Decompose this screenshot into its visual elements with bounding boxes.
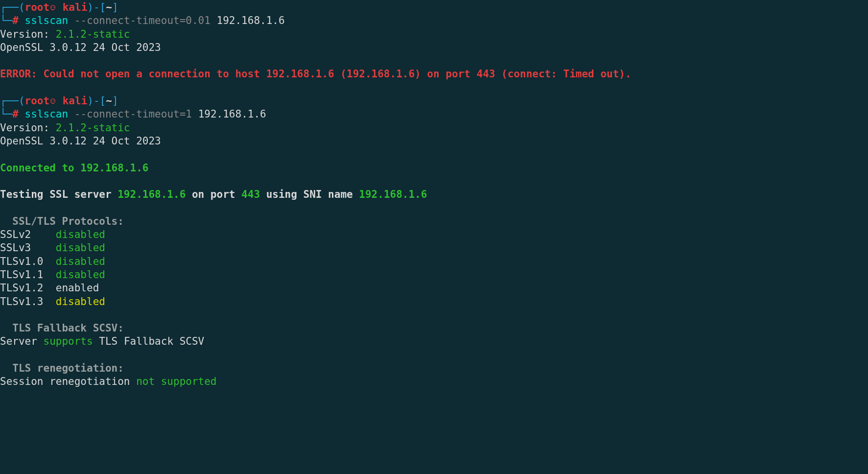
protocol-row: TLSv1.0 disabled — [0, 255, 868, 268]
svg-rect-3 — [52, 9, 52, 10]
protocol-name: TLSv1.1 — [0, 269, 56, 281]
svg-point-6 — [51, 99, 55, 103]
skull-icon — [49, 95, 56, 108]
testing-line: Testing SSL server 192.168.1.6 on port 4… — [0, 188, 868, 201]
command-args: --connect-timeout=1 — [68, 108, 192, 120]
svg-rect-9 — [52, 103, 52, 104]
skull-icon — [49, 1, 56, 15]
prompt-line-top: ┌──(root kali)-[~] — [0, 95, 868, 108]
prompt-user: root — [25, 95, 50, 107]
version-line: Version: 2.1.2-static — [0, 121, 868, 135]
prompt-host: kali — [56, 95, 87, 107]
prompt-user: root — [25, 1, 50, 13]
protocol-status: disabled — [56, 242, 105, 254]
protocol-row: TLSv1.2 enabled — [0, 282, 868, 295]
protocol-name: TLSv1.3 — [0, 296, 56, 308]
prompt-path: ~ — [106, 95, 112, 107]
protocol-name: SSLv3 — [0, 242, 56, 254]
svg-point-1 — [51, 6, 52, 7]
version-line: Version: 2.1.2-static — [0, 28, 868, 41]
protocol-name: TLSv1.2 — [0, 282, 56, 294]
terminal-output[interactable]: ┌──(root kali)-[~]└─# sslscan --connect-… — [0, 0, 868, 389]
prompt-hash: # — [12, 108, 24, 120]
protocol-status: enabled — [56, 282, 99, 294]
protocols-header: SSL/TLS Protocols: — [0, 215, 124, 227]
prompt-hash: # — [12, 15, 24, 26]
protocol-status: disabled — [56, 296, 105, 308]
prompt-line-cmd: └─# sslscan --connect-timeout=1 192.168.… — [0, 108, 868, 121]
protocol-row: TLSv1.1 disabled — [0, 268, 868, 282]
error-line: ERROR: Could not open a connection to ho… — [0, 68, 868, 81]
command-args: --connect-timeout=0.01 — [68, 15, 211, 26]
command-target: 192.168.1.6 — [211, 15, 285, 26]
reneg-header: TLS renegotiation: — [0, 362, 124, 374]
svg-point-0 — [51, 5, 55, 10]
prompt-line-cmd: └─# sslscan --connect-timeout=0.01 192.1… — [0, 14, 868, 27]
protocol-row: SSLv3 disabled — [0, 241, 868, 255]
protocol-status: disabled — [56, 269, 105, 281]
prompt-line-top: ┌──(root kali)-[~] — [0, 1, 868, 14]
openssl-line: OpenSSL 3.0.12 24 Oct 2023 — [0, 42, 161, 53]
reneg-line: Session renegotiation not supported — [0, 375, 868, 388]
protocol-name: TLSv1.0 — [0, 256, 56, 267]
fallback-line: Server supports TLS Fallback SCSV — [0, 335, 868, 348]
svg-point-2 — [53, 6, 54, 7]
svg-point-8 — [53, 100, 54, 101]
svg-rect-4 — [53, 9, 53, 10]
prompt-host: kali — [56, 1, 87, 13]
svg-point-7 — [51, 100, 52, 101]
connected-line: Connected to 192.168.1.6 — [0, 162, 148, 174]
prompt-path: ~ — [106, 1, 112, 13]
openssl-line: OpenSSL 3.0.12 24 Oct 2023 — [0, 135, 161, 147]
svg-rect-10 — [53, 103, 53, 104]
command-name: sslscan — [25, 15, 69, 26]
svg-rect-11 — [53, 103, 54, 104]
protocol-name: SSLv2 — [0, 229, 56, 240]
svg-rect-5 — [53, 9, 54, 10]
fallback-header: TLS Fallback SCSV: — [0, 322, 124, 334]
protocol-status: disabled — [56, 256, 105, 267]
protocol-row: SSLv2 disabled — [0, 228, 868, 241]
protocol-row: TLSv1.3 disabled — [0, 295, 868, 308]
command-target: 192.168.1.6 — [192, 108, 266, 120]
command-name: sslscan — [25, 108, 69, 120]
protocol-status: disabled — [56, 229, 105, 240]
